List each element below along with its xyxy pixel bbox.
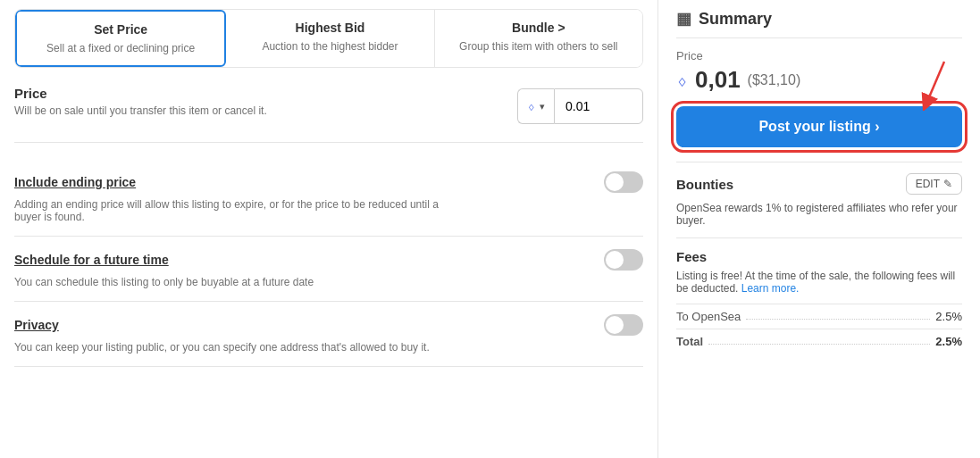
include-ending-price-row: Include ending price Adding an ending pr… <box>14 159 643 237</box>
tab-set-price-desc: Sell at a fixed or declining price <box>46 42 195 54</box>
summary-title: Summary <box>699 10 772 29</box>
edit-label: EDIT <box>916 178 940 190</box>
fee-row-opensea: To OpenSea 2.5% <box>676 304 962 329</box>
price-input[interactable] <box>554 88 643 124</box>
listing-tabs: Set Price Sell at a fixed or declining p… <box>14 9 643 68</box>
tab-set-price[interactable]: Set Price Sell at a fixed or declining p… <box>15 10 226 67</box>
privacy-title[interactable]: Privacy <box>14 318 59 332</box>
include-ending-price-header: Include ending price <box>14 171 643 193</box>
learn-more-link[interactable]: Learn more. <box>741 282 800 295</box>
tab-highest-bid-title: Highest Bid <box>239 21 421 35</box>
fee-dots-2 <box>708 344 930 345</box>
fees-desc-text: Listing is free! At the time of the sale… <box>676 270 955 295</box>
chevron-down-icon: ▾ <box>540 101 545 112</box>
right-panel: ▦ Summary Price ⬨ 0,01 ($31,10) <box>658 0 980 458</box>
fee-total-value: 2.5% <box>935 335 962 348</box>
tab-bundle-title: Bundle > <box>448 21 630 35</box>
schedule-future-toggle[interactable] <box>604 249 643 271</box>
schedule-future-desc: You can schedule this listing to only be… <box>14 276 461 288</box>
fee-total-label: Total <box>676 335 703 348</box>
tab-set-price-title: Set Price <box>29 22 212 37</box>
bounties-title: Bounties <box>676 177 733 192</box>
privacy-toggle[interactable] <box>604 314 643 336</box>
schedule-future-header: Schedule for a future time <box>14 249 643 271</box>
currency-selector[interactable]: ⬨ ▾ <box>517 88 554 124</box>
fee-row-total: Total 2.5% <box>676 329 962 354</box>
price-section: Price Will be on sale until you transfer… <box>14 86 643 143</box>
tab-highest-bid[interactable]: Highest Bid Auction to the highest bidde… <box>226 10 434 67</box>
post-button-wrapper: Post your listing › <box>676 106 962 147</box>
fee-opensea-label: To OpenSea <box>676 310 741 323</box>
schedule-future-row: Schedule for a future time You can sched… <box>14 237 643 302</box>
fee-dots-1 <box>746 319 930 320</box>
tab-highest-bid-desc: Auction to the highest bidder <box>262 40 398 53</box>
bounties-row: Bounties EDIT ✎ <box>676 173 962 195</box>
price-big-value: 0,01 <box>695 66 741 94</box>
left-panel: Set Price Sell at a fixed or declining p… <box>0 0 658 458</box>
tab-bundle-desc: Group this item with others to sell <box>459 40 617 53</box>
summary-header: ▦ Summary <box>676 9 962 38</box>
fees-desc: Listing is free! At the time of the sale… <box>676 270 962 295</box>
eth-icon: ⬨ <box>527 98 536 114</box>
price-summary-label: Price <box>676 49 962 62</box>
edit-button[interactable]: EDIT ✎ <box>906 173 962 195</box>
include-ending-price-title[interactable]: Include ending price <box>14 175 136 189</box>
include-ending-price-desc: Adding an ending price will allow this l… <box>14 198 461 223</box>
privacy-desc: You can keep your listing public, or you… <box>14 341 461 354</box>
tab-bundle[interactable]: Bundle > Group this item with others to … <box>435 10 642 67</box>
schedule-future-title[interactable]: Schedule for a future time <box>14 253 169 267</box>
bounties-desc: OpenSea rewards 1% to registered affilia… <box>676 202 962 227</box>
edit-pencil-icon: ✎ <box>943 178 952 190</box>
privacy-header: Privacy <box>14 314 643 336</box>
divider-1 <box>676 162 962 162</box>
price-summary-value: ⬨ 0,01 ($31,10) <box>676 66 962 94</box>
fees-title: Fees <box>676 249 962 264</box>
price-usd-value: ($31,10) <box>748 72 801 88</box>
summary-icon: ▦ <box>676 9 691 29</box>
post-listing-button[interactable]: Post your listing › <box>676 106 962 147</box>
divider-2 <box>676 237 962 238</box>
include-ending-price-toggle[interactable] <box>604 171 643 193</box>
post-listing-label: Post your listing › <box>758 119 879 135</box>
privacy-row: Privacy You can keep your listing public… <box>14 302 643 367</box>
fee-opensea-value: 2.5% <box>935 310 962 323</box>
price-input-row: ⬨ ▾ <box>517 88 643 124</box>
eth-summary-icon: ⬨ <box>676 69 688 92</box>
